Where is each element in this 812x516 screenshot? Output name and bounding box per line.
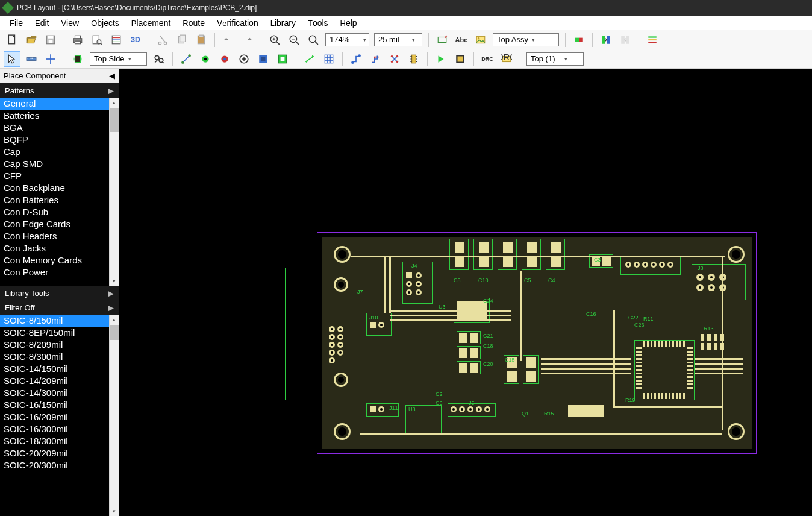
place-board-outline-button[interactable] <box>274 51 291 67</box>
copy-button[interactable] <box>173 32 190 48</box>
category-item[interactable]: Con Edge Cards <box>0 218 119 230</box>
layer-setup-button[interactable] <box>644 32 661 48</box>
place-pad-button[interactable] <box>197 51 214 67</box>
pattern-item[interactable]: SOIC-8/300mil <box>0 351 119 363</box>
pcb-canvas[interactable]: J7 J4 <box>119 69 812 516</box>
category-item[interactable]: Con D-Sub <box>0 206 119 218</box>
menu-edit[interactable]: Edit <box>29 17 55 29</box>
menu-placement[interactable]: Placement <box>125 17 176 29</box>
scroll-down-icon[interactable]: ▾ <box>110 506 119 516</box>
category-item[interactable]: BQFP <box>0 134 119 146</box>
place-ratline-button[interactable] <box>178 51 195 67</box>
place-component-button[interactable] <box>69 51 86 67</box>
new-button[interactable] <box>4 32 20 48</box>
category-item[interactable]: Con Jacks <box>0 242 119 254</box>
save-button[interactable] <box>42 32 59 48</box>
renew-from-schematic-button[interactable] <box>598 32 614 48</box>
preview-button[interactable] <box>89 32 105 48</box>
component-markings-button[interactable] <box>434 32 451 48</box>
edit-route-button[interactable] <box>367 51 384 67</box>
back-annotate-button[interactable] <box>617 32 634 48</box>
route-layer-dropdown[interactable]: Top (1)▾ <box>526 52 584 66</box>
zoom-window-button[interactable] <box>305 32 322 48</box>
pattern-item[interactable]: SOIC-20/209mil <box>0 447 119 459</box>
category-item[interactable]: Cap SMD <box>0 158 119 170</box>
origin-button[interactable] <box>42 51 59 67</box>
category-item[interactable]: General <box>0 98 119 110</box>
category-item[interactable]: Cap <box>0 146 119 158</box>
pattern-item[interactable]: SOIC-20/300mil <box>0 459 119 471</box>
route-manual-button[interactable] <box>348 51 364 67</box>
place-copper-pour-button[interactable] <box>255 51 272 67</box>
3d-button[interactable]: 3D <box>127 32 144 48</box>
menu-file[interactable]: File <box>4 17 29 29</box>
zoom-out-button[interactable] <box>286 32 302 48</box>
pattern-item[interactable]: SOIC-16/150mil <box>0 399 119 411</box>
category-item[interactable]: Batteries <box>0 110 119 122</box>
place-via-button[interactable] <box>216 51 233 67</box>
pattern-item[interactable]: SOIC-14/150mil <box>0 363 119 375</box>
default-mode-button[interactable] <box>4 51 20 67</box>
category-item[interactable]: CFP <box>0 170 119 182</box>
collapse-left-icon[interactable]: ◀ <box>109 71 115 80</box>
library-tools-header[interactable]: Library Tools ▶ <box>0 286 119 300</box>
run-autoroute-button[interactable] <box>433 51 449 67</box>
scroll-thumb[interactable] <box>110 325 119 340</box>
menu-route[interactable]: Route <box>176 17 211 29</box>
zoom-in-button[interactable] <box>266 32 283 48</box>
paste-button[interactable] <box>193 32 210 48</box>
pattern-item[interactable]: SOIC-8/209mil <box>0 339 119 351</box>
category-item[interactable]: Con Backplane <box>0 182 119 194</box>
pattern-item[interactable]: SOIC-14/209mil <box>0 375 119 387</box>
measure-button[interactable] <box>23 51 40 67</box>
layer-dropdown[interactable]: Top Assy▾ <box>493 33 559 46</box>
scroll-up-icon[interactable]: ▴ <box>110 98 119 107</box>
pattern-item[interactable]: SOIC-14/300mil <box>0 387 119 399</box>
menu-tools[interactable]: Tools <box>302 17 334 29</box>
text-button[interactable]: Abc <box>453 32 470 48</box>
place-mounting-hole-button[interactable] <box>236 51 252 67</box>
scroll-down-icon[interactable]: ▾ <box>110 276 119 286</box>
picture-button[interactable] <box>472 32 489 48</box>
layer-display-button[interactable] <box>570 32 587 48</box>
pattern-item[interactable]: SOIC-16/209mil <box>0 411 119 423</box>
menu-verification[interactable]: Verification <box>211 17 264 29</box>
category-item[interactable]: Con Memory Cards <box>0 254 119 266</box>
cut-button[interactable] <box>154 32 171 48</box>
patterns-list[interactable]: SOIC-8/150milSOIC-8EP/150milSOIC-8/209mi… <box>0 315 119 516</box>
filter-header[interactable]: Filter Off ▶ <box>0 300 119 315</box>
scrollbar[interactable]: ▴ ▾ <box>109 98 119 286</box>
menu-view[interactable]: View <box>55 17 85 29</box>
titles-button[interactable] <box>108 32 125 48</box>
category-item[interactable]: Con Batteries <box>0 194 119 206</box>
patterns-header[interactable]: Patterns ▶ <box>0 83 119 98</box>
find-button[interactable] <box>151 51 167 67</box>
pattern-item[interactable]: SOIC-16/300mil <box>0 423 119 435</box>
autoroute-setup-button[interactable] <box>452 51 469 67</box>
side-dropdown[interactable]: Top Side▾ <box>90 52 147 66</box>
scrollbar[interactable]: ▴ ▾ <box>109 315 119 516</box>
menu-help[interactable]: Help <box>334 17 363 29</box>
category-item[interactable]: Con Power <box>0 266 119 278</box>
open-button[interactable] <box>23 32 40 48</box>
undo-button[interactable] <box>220 32 237 48</box>
menu-objects[interactable]: Objects <box>85 17 125 29</box>
place-dimension-button[interactable] <box>301 51 318 67</box>
zoom-dropdown[interactable]: 174%▾ <box>325 33 369 46</box>
category-list[interactable]: GeneralBatteriesBGABQFPCapCap SMDCFPCon … <box>0 98 119 286</box>
scroll-thumb[interactable] <box>110 108 119 132</box>
redo-button[interactable] <box>239 32 256 48</box>
pattern-item[interactable]: SOIC-18/300mil <box>0 435 119 447</box>
category-item[interactable]: Con Headers <box>0 230 119 242</box>
pattern-item[interactable]: SOIC-8/150mil <box>0 315 119 327</box>
place-table-button[interactable] <box>320 51 337 67</box>
category-item[interactable]: BGA <box>0 122 119 134</box>
print-button[interactable] <box>69 32 86 48</box>
menu-library[interactable]: Library <box>264 17 302 29</box>
drc-button[interactable]: DRC <box>479 51 496 67</box>
free-trace-button[interactable] <box>405 51 422 67</box>
fanout-button[interactable] <box>386 51 403 67</box>
drc-realtime-button[interactable]: DRC <box>498 51 515 67</box>
place-component-header[interactable]: Place Component ◀ <box>0 69 119 83</box>
scroll-up-icon[interactable]: ▴ <box>110 315 119 324</box>
